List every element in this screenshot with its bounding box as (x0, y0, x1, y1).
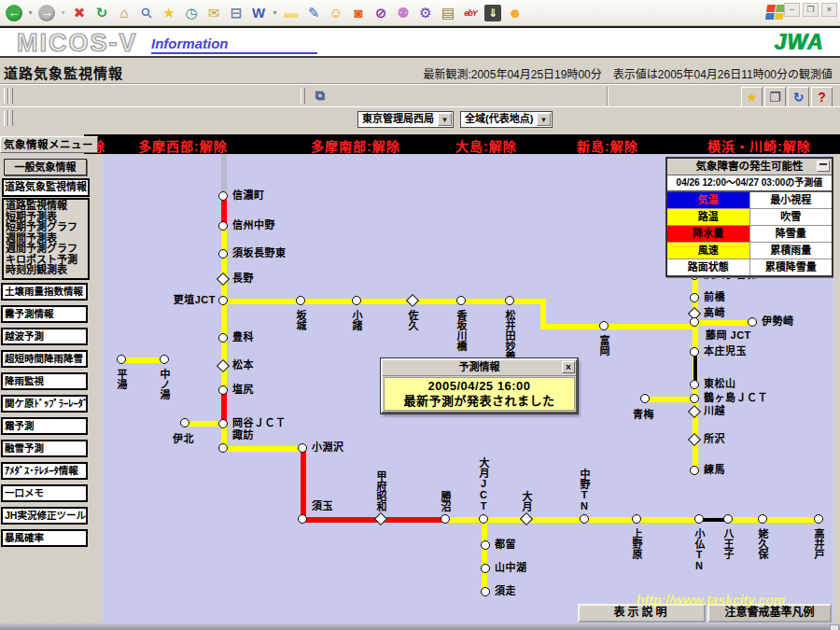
map-station[interactable] (505, 296, 514, 305)
messenger-pen-icon[interactable]: ✎ (303, 3, 324, 23)
smiley-icon[interactable]: ☻ (505, 3, 525, 23)
map-station[interactable] (690, 466, 699, 475)
sidebar-item[interactable]: 超短時間降雨降雪 (1, 350, 88, 368)
map-station[interactable] (640, 394, 650, 403)
sidebar-submenu-item[interactable]: 道路監視情報 (6, 201, 88, 212)
sidebar-item-general-weather[interactable]: 一般気象情報 (4, 159, 87, 175)
download-icon[interactable]: ⇓ (484, 5, 501, 21)
forward-dropdown[interactable]: ▾ (59, 8, 67, 17)
map-station[interactable] (180, 418, 189, 427)
map-station[interactable] (218, 419, 228, 428)
map-station[interactable] (296, 296, 305, 305)
map-station[interactable] (374, 512, 387, 525)
map-station[interactable] (481, 564, 490, 573)
map-station[interactable] (688, 433, 701, 446)
map-station[interactable] (520, 512, 533, 525)
back-dropdown[interactable]: ▾ (26, 8, 35, 17)
help-icon[interactable]: ? (811, 87, 833, 107)
map-station[interactable] (481, 540, 490, 550)
map-station[interactable] (580, 514, 589, 524)
map-station[interactable] (218, 221, 228, 231)
forward-icon[interactable]: → (38, 5, 55, 21)
camera-icon[interactable]: ◙ (348, 3, 369, 23)
map-station[interactable] (599, 321, 609, 330)
map-station[interactable] (441, 514, 450, 524)
map-station[interactable] (456, 296, 466, 305)
map-station[interactable] (298, 514, 307, 524)
map-station[interactable] (218, 296, 228, 305)
map-station[interactable] (814, 514, 823, 524)
map-station[interactable] (479, 514, 488, 524)
sidebar-item[interactable]: 霧予測情報 (1, 305, 88, 323)
mail-icon[interactable]: ✉ (203, 3, 224, 23)
sidebar-item[interactable]: 一口メモ (1, 484, 88, 502)
map-station[interactable] (481, 587, 490, 596)
print-icon[interactable]: ⊟ (226, 3, 246, 23)
search-icon[interactable]: ⚲ (132, 0, 161, 27)
map-station[interactable] (758, 514, 767, 524)
history-icon[interactable]: ◷ (181, 3, 202, 23)
office-select[interactable]: 東京管理局西局 ▼ (357, 111, 454, 128)
stop-icon[interactable]: ✖ (69, 3, 90, 23)
map-station[interactable] (352, 296, 361, 305)
minimize-button[interactable]: − (784, 3, 800, 17)
map-station[interactable] (690, 380, 699, 389)
map-station[interactable] (406, 294, 419, 307)
sidebar-item[interactable]: 暴風確率 (1, 529, 88, 547)
map-station[interactable] (688, 405, 701, 418)
sidebar-item[interactable]: 降雨監視 (1, 372, 88, 390)
road-map[interactable]: 気象障害の発生可能性 04/26 12:00～04/27 03:00の予測値 気… (103, 154, 833, 623)
refresh-icon[interactable]: ↻ (91, 3, 112, 23)
map-station[interactable] (217, 273, 230, 286)
area-select[interactable]: 全域(代表地点) ▼ (460, 111, 553, 128)
gear-icon[interactable]: ⚙ (415, 3, 436, 23)
map-station[interactable] (298, 443, 307, 453)
edit-word-icon[interactable]: W (248, 3, 269, 23)
restore-button[interactable]: ❐ (803, 3, 819, 17)
map-station[interactable] (748, 317, 757, 327)
emoji-icon[interactable]: ☺ (326, 3, 346, 23)
sidebar-submenu-item[interactable]: 短期予測グラフ (6, 222, 88, 233)
map-station[interactable] (217, 359, 230, 372)
sidebar-item-road-weather-active[interactable]: 道路気象監視情報 (2, 178, 90, 197)
sidebar-item[interactable]: 霜予測 (1, 417, 88, 435)
ebay-icon[interactable]: ebY (460, 3, 481, 23)
map-station[interactable] (632, 514, 641, 524)
map-station[interactable] (218, 385, 228, 395)
map-station[interactable] (117, 355, 126, 364)
legend-minimize-button[interactable] (817, 161, 830, 172)
toolbar-grip[interactable] (8, 110, 13, 126)
sidebar-item[interactable]: 土壌雨量指数情報 (1, 283, 88, 301)
sidebar-item[interactable]: JH実況修正ツール (1, 507, 88, 525)
block-icon[interactable]: ⊘ (371, 3, 391, 23)
toolbar-grip[interactable] (8, 88, 13, 104)
map-station[interactable] (690, 293, 699, 302)
favorites-icon[interactable]: ★ (159, 3, 179, 23)
sidebar-item[interactable]: 越波予測 (1, 328, 88, 345)
sidebar-item[interactable]: ｱﾒﾀﾞｽ･ﾃﾚﾒｰﾀ情報 (1, 462, 88, 480)
folder-search-icon[interactable]: ▤ (438, 3, 458, 23)
map-station[interactable] (218, 443, 228, 453)
map-station[interactable] (218, 191, 228, 201)
close-icon[interactable]: × (562, 361, 575, 373)
favorites-icon[interactable]: ★ (741, 87, 763, 107)
notes-icon[interactable]: ▬ (281, 3, 301, 23)
back-icon[interactable]: ← (6, 5, 22, 21)
resize-grip[interactable] (830, 624, 839, 630)
map-station[interactable] (160, 355, 169, 364)
map-station[interactable] (690, 394, 699, 403)
chevron-down-icon[interactable]: ▼ (438, 113, 452, 126)
word-dropdown[interactable]: ▾ (271, 8, 279, 17)
sidebar-submenu-item[interactable]: 週間予測グラフ (6, 244, 88, 255)
map-station[interactable] (218, 333, 228, 343)
pet-icon[interactable]: ⚉ (393, 3, 413, 23)
map-station[interactable] (694, 514, 704, 524)
map-station[interactable] (690, 317, 699, 327)
toolbar-grip[interactable] (301, 88, 305, 104)
sidebar-item[interactable]: 関ケ原ﾄﾞｯﾌﾟﾗｰﾚｰﾀﾞ (1, 395, 88, 413)
close-button[interactable]: × (821, 3, 837, 17)
sitemap-icon[interactable]: ⧉ (310, 87, 330, 105)
chevron-down-icon[interactable]: ▼ (537, 113, 551, 126)
window-icon[interactable]: ❐ (764, 87, 786, 107)
sidebar-submenu-item[interactable]: 時刻別観測表 (6, 265, 88, 276)
